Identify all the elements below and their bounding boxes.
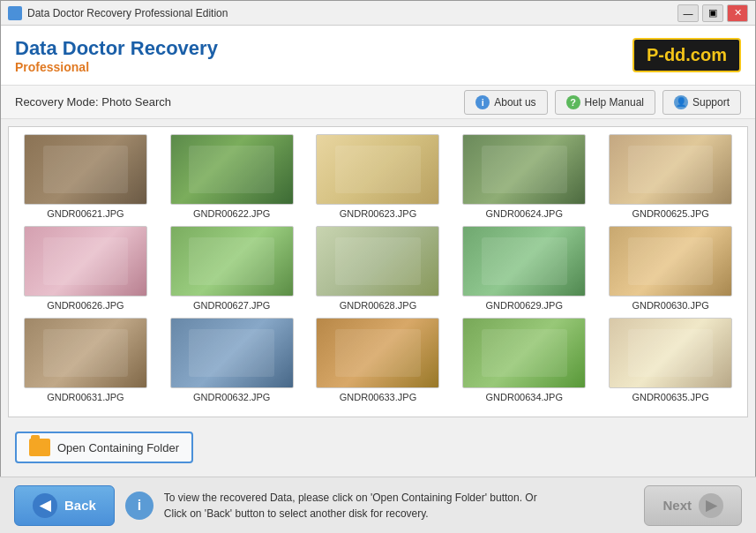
photo-item[interactable]: GNDR00624.JPG	[454, 134, 594, 219]
photo-thumbnail	[24, 226, 147, 297]
photo-thumbnail	[24, 318, 147, 388]
photo-filename: GNDR00631.JPG	[47, 392, 124, 402]
photo-thumbnail	[462, 318, 586, 388]
photo-item[interactable]: GNDR00627.JPG	[162, 226, 302, 311]
photo-filename: GNDR00621.JPG	[47, 208, 124, 219]
photo-item[interactable]: GNDR00623.JPG	[309, 134, 448, 219]
bottom-info-line1: To view the recovered Data, please click…	[164, 490, 634, 506]
toolbar: Recovery Mode: Photo Search i About us ?…	[1, 86, 755, 119]
app-icon	[8, 6, 22, 20]
photo-filename: GNDR00634.JPG	[486, 392, 563, 402]
photo-item[interactable]: GNDR00626.JPG	[16, 226, 155, 311]
photo-item[interactable]: GNDR00621.JPG	[16, 134, 155, 219]
photo-grid-container: GNDR00621.JPGGNDR00622.JPGGNDR00623.JPGG…	[8, 126, 748, 417]
photo-filename: GNDR00635.JPG	[632, 392, 708, 402]
app-title: Data Doctor Recovery	[15, 37, 632, 60]
photo-grid: GNDR00621.JPGGNDR00622.JPGGNDR00623.JPGG…	[16, 134, 740, 402]
photo-thumbnail	[170, 318, 294, 388]
bottom-info-line2: Click on 'Back' button to select another…	[164, 506, 634, 522]
photo-filename: GNDR00628.JPG	[340, 300, 416, 311]
photo-item[interactable]: GNDR00633.JPG	[309, 318, 448, 402]
maximize-button[interactable]: ▣	[702, 4, 723, 22]
info-bubble-icon: i	[125, 492, 153, 520]
app-header: Data Doctor Recovery Professional P-dd.c…	[1, 26, 755, 86]
photo-thumbnail	[462, 226, 586, 297]
window-controls: — ▣ ✕	[677, 4, 748, 22]
back-arrow-icon: ◀	[33, 493, 57, 518]
back-label: Back	[64, 498, 96, 513]
photo-filename: GNDR00626.JPG	[47, 300, 124, 311]
photo-thumbnail	[316, 318, 439, 388]
support-button[interactable]: 👤 Support	[662, 90, 741, 115]
close-button[interactable]: ✕	[727, 4, 748, 22]
about-us-label: About us	[494, 96, 535, 109]
photo-thumbnail	[609, 318, 732, 388]
photo-thumbnail	[316, 226, 439, 297]
window-title: Data Doctor Recovery Professional Editio…	[27, 7, 677, 19]
app-subtitle: Professional	[15, 60, 632, 74]
back-button[interactable]: ◀ Back	[14, 485, 115, 526]
photo-item[interactable]: GNDR00630.JPG	[601, 226, 740, 311]
bottom-info: To view the recovered Data, please click…	[164, 490, 634, 522]
photo-filename: GNDR00627.JPG	[193, 300, 270, 311]
brand-badge: P-dd.com	[632, 38, 741, 72]
photo-filename: GNDR00623.JPG	[340, 208, 416, 219]
photo-scroll[interactable]: GNDR00621.JPGGNDR00622.JPGGNDR00623.JPGG…	[9, 127, 747, 417]
photo-filename: GNDR00625.JPG	[632, 208, 708, 219]
photo-filename: GNDR00624.JPG	[486, 208, 563, 219]
folder-icon	[29, 439, 50, 456]
bottom-bar: ◀ Back i To view the recovered Data, ple…	[0, 477, 756, 533]
title-bar: Data Doctor Recovery Professional Editio…	[1, 1, 755, 26]
recovery-mode-label: Recovery Mode: Photo Search	[15, 95, 171, 109]
help-manual-label: Help Manual	[585, 96, 644, 109]
photo-item[interactable]: GNDR00625.JPG	[601, 134, 740, 219]
info-icon: i	[475, 95, 490, 109]
photo-thumbnail	[316, 134, 439, 205]
photo-item[interactable]: GNDR00629.JPG	[454, 226, 594, 311]
photo-item[interactable]: GNDR00622.JPG	[162, 134, 302, 219]
photo-item[interactable]: GNDR00632.JPG	[162, 318, 302, 402]
about-us-button[interactable]: i About us	[464, 90, 547, 115]
app-logo: Data Doctor Recovery Professional	[15, 37, 632, 74]
minimize-button[interactable]: —	[677, 4, 699, 22]
photo-thumbnail	[24, 134, 147, 205]
next-label: Next	[662, 498, 692, 513]
photo-item[interactable]: GNDR00634.JPG	[454, 318, 594, 402]
open-folder-button[interactable]: Open Containing Folder	[15, 432, 193, 463]
photo-filename: GNDR00633.JPG	[340, 392, 416, 402]
open-folder-label: Open Containing Folder	[57, 441, 179, 454]
photo-filename: GNDR00622.JPG	[193, 208, 270, 219]
action-bar: Open Containing Folder	[8, 424, 748, 470]
photo-thumbnail	[462, 134, 586, 205]
photo-item[interactable]: GNDR00628.JPG	[309, 226, 448, 311]
support-label: Support	[692, 96, 730, 109]
photo-thumbnail	[609, 134, 732, 205]
photo-filename: GNDR00630.JPG	[632, 300, 708, 311]
help-manual-button[interactable]: ? Help Manual	[555, 90, 655, 115]
photo-filename: GNDR00629.JPG	[486, 300, 563, 311]
photo-filename: GNDR00632.JPG	[193, 392, 270, 402]
support-icon: 👤	[674, 95, 688, 109]
photo-item[interactable]: GNDR00631.JPG	[16, 318, 155, 402]
next-button[interactable]: Next ▶	[644, 485, 742, 526]
photo-item[interactable]: GNDR00635.JPG	[601, 318, 740, 402]
help-icon: ?	[566, 95, 580, 109]
photo-thumbnail	[170, 134, 294, 205]
photo-thumbnail	[609, 226, 732, 297]
photo-thumbnail	[170, 226, 294, 297]
next-arrow-icon: ▶	[699, 493, 723, 518]
